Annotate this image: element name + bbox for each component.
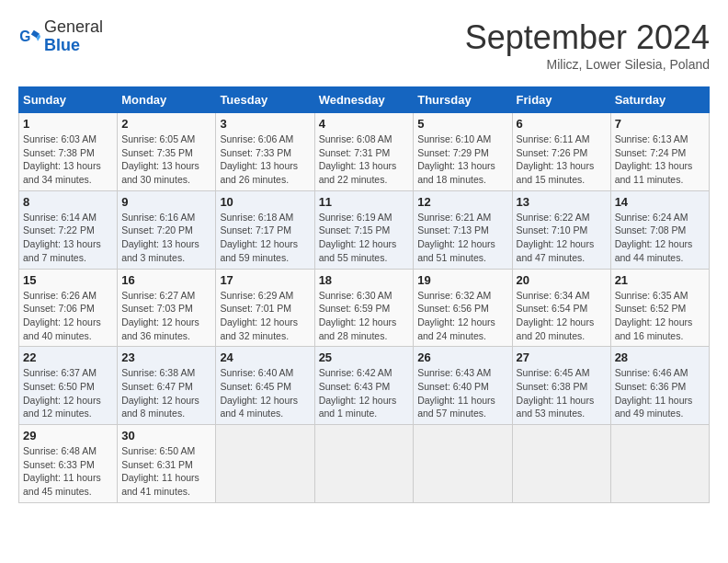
month-title: September 2024 [465, 18, 710, 57]
calendar-cell: 6Sunrise: 6:11 AMSunset: 7:26 PMDaylight… [512, 113, 610, 191]
calendar-cell: 19Sunrise: 6:32 AMSunset: 6:56 PMDayligh… [414, 269, 512, 347]
calendar-cell: 18Sunrise: 6:30 AMSunset: 6:59 PMDayligh… [314, 269, 414, 347]
calendar-cell: 27Sunrise: 6:45 AMSunset: 6:38 PMDayligh… [512, 347, 610, 425]
logo-general: General [44, 17, 103, 36]
day-detail: Sunrise: 6:13 AMSunset: 7:24 PMDaylight:… [615, 132, 705, 187]
day-header-saturday: Saturday [610, 87, 709, 113]
day-number: 27 [517, 350, 607, 364]
day-detail: Sunrise: 6:32 AMSunset: 6:56 PMDaylight:… [417, 289, 507, 343]
day-detail: Sunrise: 6:34 AMSunset: 6:54 PMDaylight:… [517, 289, 607, 343]
day-number: 26 [417, 350, 507, 364]
day-detail: Sunrise: 6:08 AMSunset: 7:31 PMDaylight:… [319, 132, 410, 187]
day-detail: Sunrise: 6:50 AMSunset: 6:31 PMDaylight:… [121, 444, 211, 499]
calendar-header-row: SundayMondayTuesdayWednesdayThursdayFrid… [19, 87, 710, 113]
calendar-cell [414, 425, 512, 503]
day-number: 25 [319, 350, 410, 364]
day-detail: Sunrise: 6:43 AMSunset: 6:40 PMDaylight:… [417, 366, 507, 420]
calendar-cell: 11Sunrise: 6:19 AMSunset: 7:15 PMDayligh… [314, 190, 414, 269]
calendar-cell: 5Sunrise: 6:10 AMSunset: 7:29 PMDaylight… [414, 113, 512, 191]
logo-blue: Blue [44, 36, 80, 54]
calendar-cell: 25Sunrise: 6:42 AMSunset: 6:43 PMDayligh… [314, 347, 414, 425]
calendar-cell: 21Sunrise: 6:35 AMSunset: 6:52 PMDayligh… [610, 269, 709, 347]
logo-text: General Blue [44, 18, 103, 55]
day-number: 19 [417, 273, 507, 287]
calendar-cell: 3Sunrise: 6:06 AMSunset: 7:33 PMDaylight… [216, 113, 314, 191]
calendar-cell: 28Sunrise: 6:46 AMSunset: 6:36 PMDayligh… [610, 347, 709, 425]
day-number: 23 [121, 350, 211, 364]
day-number: 21 [615, 273, 705, 287]
day-detail: Sunrise: 6:35 AMSunset: 6:52 PMDaylight:… [615, 289, 705, 343]
day-number: 29 [23, 429, 113, 442]
day-number: 9 [121, 195, 211, 209]
calendar-cell: 9Sunrise: 6:16 AMSunset: 7:20 PMDaylight… [118, 190, 216, 269]
day-detail: Sunrise: 6:48 AMSunset: 6:33 PMDaylight:… [23, 444, 113, 499]
day-number: 3 [220, 117, 310, 131]
day-detail: Sunrise: 6:06 AMSunset: 7:33 PMDaylight:… [220, 132, 310, 187]
calendar-cell: 29Sunrise: 6:48 AMSunset: 6:33 PMDayligh… [19, 425, 118, 503]
day-detail: Sunrise: 6:37 AMSunset: 6:50 PMDaylight:… [23, 366, 113, 420]
day-number: 8 [23, 195, 113, 209]
day-number: 4 [319, 117, 410, 131]
calendar-cell: 10Sunrise: 6:18 AMSunset: 7:17 PMDayligh… [216, 190, 314, 269]
day-number: 12 [417, 195, 507, 209]
day-number: 2 [121, 117, 211, 131]
day-number: 30 [121, 429, 211, 442]
calendar-cell [512, 425, 610, 503]
calendar-week-1: 1Sunrise: 6:03 AMSunset: 7:38 PMDaylight… [19, 113, 710, 191]
calendar-cell: 7Sunrise: 6:13 AMSunset: 7:24 PMDaylight… [610, 113, 709, 191]
day-number: 11 [319, 195, 410, 209]
calendar-cell: 12Sunrise: 6:21 AMSunset: 7:13 PMDayligh… [414, 190, 512, 269]
day-number: 6 [517, 117, 607, 131]
day-number: 17 [220, 273, 310, 287]
day-detail: Sunrise: 6:10 AMSunset: 7:29 PMDaylight:… [417, 132, 507, 187]
calendar-cell [314, 425, 414, 503]
location-subtitle: Milicz, Lower Silesia, Poland [465, 57, 710, 72]
day-detail: Sunrise: 6:38 AMSunset: 6:47 PMDaylight:… [121, 366, 211, 420]
calendar-cell: 24Sunrise: 6:40 AMSunset: 6:45 PMDayligh… [216, 347, 314, 425]
calendar-cell: 17Sunrise: 6:29 AMSunset: 7:01 PMDayligh… [216, 269, 314, 347]
day-detail: Sunrise: 6:27 AMSunset: 7:03 PMDaylight:… [121, 289, 211, 343]
day-detail: Sunrise: 6:26 AMSunset: 7:06 PMDaylight:… [23, 289, 113, 343]
calendar-week-5: 29Sunrise: 6:48 AMSunset: 6:33 PMDayligh… [19, 425, 710, 503]
calendar-table: SundayMondayTuesdayWednesdayThursdayFrid… [18, 86, 710, 503]
day-number: 18 [319, 273, 410, 287]
logo-icon: G [18, 26, 40, 48]
day-detail: Sunrise: 6:30 AMSunset: 6:59 PMDaylight:… [319, 289, 410, 343]
calendar-cell: 30Sunrise: 6:50 AMSunset: 6:31 PMDayligh… [118, 425, 216, 503]
day-detail: Sunrise: 6:29 AMSunset: 7:01 PMDaylight:… [220, 289, 310, 343]
day-header-monday: Monday [118, 87, 216, 113]
day-header-friday: Friday [512, 87, 610, 113]
day-detail: Sunrise: 6:05 AMSunset: 7:35 PMDaylight:… [121, 132, 211, 187]
title-block: September 2024 Milicz, Lower Silesia, Po… [465, 18, 710, 72]
calendar-cell: 23Sunrise: 6:38 AMSunset: 6:47 PMDayligh… [118, 347, 216, 425]
day-detail: Sunrise: 6:45 AMSunset: 6:38 PMDaylight:… [517, 366, 607, 420]
calendar-cell: 8Sunrise: 6:14 AMSunset: 7:22 PMDaylight… [19, 190, 118, 269]
calendar-cell: 14Sunrise: 6:24 AMSunset: 7:08 PMDayligh… [610, 190, 709, 269]
day-header-thursday: Thursday [414, 87, 512, 113]
day-detail: Sunrise: 6:18 AMSunset: 7:17 PMDaylight:… [220, 211, 310, 265]
calendar-cell: 13Sunrise: 6:22 AMSunset: 7:10 PMDayligh… [512, 190, 610, 269]
page-header: G General Blue September 2024 Milicz, Lo… [18, 18, 710, 72]
day-header-wednesday: Wednesday [314, 87, 414, 113]
day-detail: Sunrise: 6:19 AMSunset: 7:15 PMDaylight:… [319, 211, 410, 265]
day-number: 7 [615, 117, 705, 131]
day-number: 14 [615, 195, 705, 209]
day-number: 20 [517, 273, 607, 287]
day-detail: Sunrise: 6:14 AMSunset: 7:22 PMDaylight:… [23, 211, 113, 265]
day-number: 1 [23, 117, 113, 131]
calendar-cell: 16Sunrise: 6:27 AMSunset: 7:03 PMDayligh… [118, 269, 216, 347]
svg-text:G: G [19, 29, 30, 44]
calendar-week-2: 8Sunrise: 6:14 AMSunset: 7:22 PMDaylight… [19, 190, 710, 269]
day-number: 24 [220, 350, 310, 364]
day-number: 5 [417, 117, 507, 131]
day-number: 15 [23, 273, 113, 287]
day-header-sunday: Sunday [19, 87, 118, 113]
calendar-cell [216, 425, 314, 503]
calendar-cell: 26Sunrise: 6:43 AMSunset: 6:40 PMDayligh… [414, 347, 512, 425]
logo: G General Blue [18, 18, 103, 55]
day-detail: Sunrise: 6:24 AMSunset: 7:08 PMDaylight:… [615, 211, 705, 265]
day-detail: Sunrise: 6:03 AMSunset: 7:38 PMDaylight:… [23, 132, 113, 187]
day-number: 13 [517, 195, 607, 209]
day-detail: Sunrise: 6:22 AMSunset: 7:10 PMDaylight:… [517, 211, 607, 265]
day-number: 22 [23, 350, 113, 364]
